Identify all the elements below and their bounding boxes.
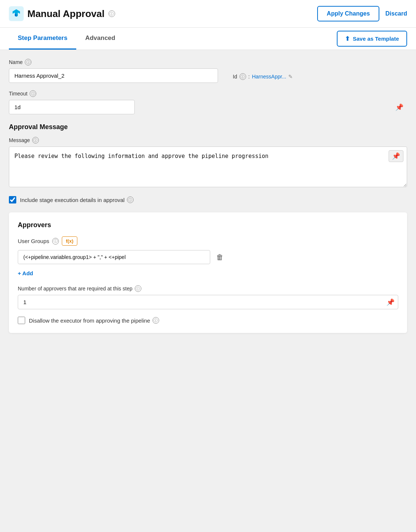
- message-wrapper: Please review the following information …: [9, 147, 407, 189]
- name-input[interactable]: [9, 68, 218, 83]
- approvers-card: Approvers User Groups ⓘ f(x) 🗑 + Add Num…: [9, 212, 407, 333]
- user-groups-info-icon[interactable]: ⓘ: [52, 238, 59, 245]
- id-label-row: Id ⓘ : HarnessAppr... ✎: [233, 73, 407, 80]
- id-value: HarnessAppr...: [252, 74, 286, 80]
- include-stage-label[interactable]: Include stage execution details in appro…: [20, 196, 134, 203]
- num-approvers-pin-button[interactable]: 📌: [386, 298, 395, 306]
- user-groups-row: User Groups ⓘ f(x): [18, 236, 398, 246]
- include-stage-info-icon[interactable]: ⓘ: [127, 196, 134, 203]
- page-title-info-icon[interactable]: ⓘ: [108, 10, 115, 17]
- apply-changes-button[interactable]: Apply Changes: [317, 6, 379, 21]
- timeout-wrapper: 📌: [9, 100, 407, 114]
- pipeline-expr-input[interactable]: [18, 250, 210, 264]
- id-info-icon[interactable]: ⓘ: [239, 73, 246, 80]
- message-pin-button[interactable]: 📌: [389, 150, 403, 162]
- num-approvers-info-icon[interactable]: ⓘ: [135, 285, 141, 292]
- include-stage-checkbox[interactable]: [9, 196, 16, 203]
- disallow-checkbox[interactable]: [18, 317, 25, 324]
- name-col: Name ⓘ: [9, 59, 218, 83]
- fx-button[interactable]: f(x): [62, 236, 77, 246]
- message-info-icon[interactable]: ⓘ: [32, 137, 39, 144]
- add-link[interactable]: + Add: [18, 270, 33, 276]
- id-col: Id ⓘ : HarnessAppr... ✎: [233, 73, 407, 83]
- timeout-group: Timeout ⓘ 📌: [9, 90, 407, 114]
- delete-pipeline-expr-button[interactable]: 🗑: [215, 252, 225, 263]
- tab-step-parameters[interactable]: Step Parameters: [9, 28, 76, 50]
- header-left: Manual Approval ⓘ: [9, 6, 115, 21]
- harness-logo-icon: [9, 6, 24, 21]
- name-label: Name ⓘ: [9, 59, 218, 65]
- user-groups-label-text: User Groups: [18, 238, 49, 244]
- timeout-pin-button[interactable]: 📌: [395, 103, 403, 111]
- num-approvers-label: Number of approvers that are required at…: [18, 285, 398, 292]
- disallow-label[interactable]: Disallow the executor from approving the…: [29, 317, 159, 324]
- tabs-left: Step Parameters Advanced: [9, 28, 124, 50]
- header: Manual Approval ⓘ Apply Changes Discard: [0, 0, 416, 28]
- num-approvers-group: Number of approvers that are required at…: [18, 285, 398, 309]
- save-as-template-button[interactable]: ⬆ Save as Template: [337, 31, 407, 47]
- num-approvers-wrapper: 📌: [18, 295, 398, 309]
- message-label: Message ⓘ: [9, 137, 407, 144]
- disallow-row: Disallow the executor from approving the…: [18, 317, 398, 324]
- approval-message-section-title: Approval Message: [9, 123, 407, 131]
- message-group: Message ⓘ Please review the following in…: [9, 137, 407, 189]
- tab-advanced[interactable]: Advanced: [76, 28, 124, 50]
- num-approvers-input[interactable]: [18, 295, 398, 309]
- name-info-icon[interactable]: ⓘ: [25, 59, 31, 65]
- timeout-info-icon[interactable]: ⓘ: [30, 90, 36, 97]
- name-id-row: Name ⓘ Id ⓘ : HarnessAppr... ✎: [9, 59, 407, 83]
- page-title: Manual Approval: [27, 8, 105, 20]
- main-content: Name ⓘ Id ⓘ : HarnessAppr... ✎ Timeout ⓘ…: [0, 50, 416, 532]
- template-icon: ⬆: [345, 35, 350, 42]
- pipeline-expr-row: 🗑: [18, 250, 398, 264]
- include-stage-row: Include stage execution details in appro…: [9, 196, 407, 203]
- message-textarea[interactable]: Please review the following information …: [9, 147, 407, 187]
- header-right: Apply Changes Discard: [317, 6, 407, 21]
- timeout-label: Timeout ⓘ: [9, 90, 407, 97]
- tabs-bar: Step Parameters Advanced ⬆ Save as Templ…: [0, 28, 416, 50]
- discard-button[interactable]: Discard: [385, 10, 407, 17]
- id-edit-icon[interactable]: ✎: [288, 74, 293, 80]
- timeout-input[interactable]: [9, 100, 135, 114]
- disallow-info-icon[interactable]: ⓘ: [152, 317, 159, 324]
- approvers-title: Approvers: [18, 221, 398, 229]
